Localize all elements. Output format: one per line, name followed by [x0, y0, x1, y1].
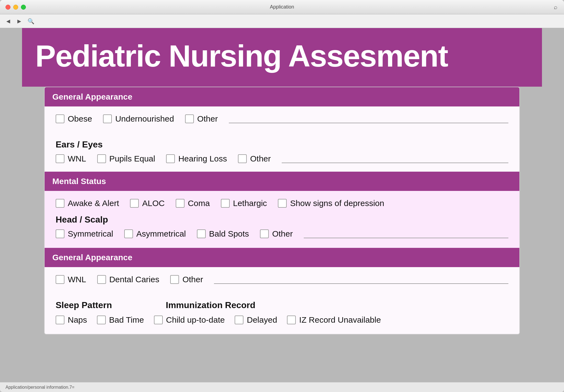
section-header-text-ga2: General Appearance	[52, 253, 132, 262]
label-symmetrical: Symmetrical	[68, 229, 113, 239]
check-row-ears-eyes: WNL Pupils Equal Hearing Loss Other	[56, 154, 508, 163]
title-bar: Application ⌕	[0, 0, 564, 14]
section-body-ga1: Obese Undernourished Other	[45, 106, 519, 133]
section-body-mental-status: Awake & Alert ALOC Coma Lethargic	[45, 191, 519, 248]
checkbox-lethargic[interactable]	[221, 199, 230, 208]
checkbox-obese[interactable]	[56, 114, 64, 123]
label-pupils-equal: Pupils Equal	[109, 154, 155, 163]
sub-section-label-sleep-pattern: Sleep Pattern	[56, 300, 166, 310]
check-item-symmetrical: Symmetrical	[56, 229, 113, 239]
section-body-sleep-immunization: Sleep Pattern Immunization Record Naps B…	[45, 294, 519, 334]
check-item-pupils-equal: Pupils Equal	[97, 154, 155, 163]
check-item-wnl-ga2: WNL	[56, 275, 86, 284]
label-bald-spots: Bald Spots	[209, 229, 249, 239]
label-other-ee: Other	[250, 154, 271, 163]
label-signs-depression: Show signs of depression	[290, 199, 384, 208]
check-item-other-ee: Other	[238, 154, 271, 163]
close-button[interactable]	[6, 5, 10, 10]
search-icon-titlebar[interactable]: ⌕	[554, 4, 557, 11]
check-row-mental-status: Awake & Alert ALOC Coma Lethargic	[56, 199, 508, 208]
check-item-bald-spots: Bald Spots	[197, 229, 249, 239]
window-title: Application	[270, 4, 294, 10]
checkbox-wnl-ga2[interactable]	[56, 275, 64, 284]
form-card: General Appearance Obese Undernourished	[44, 87, 520, 335]
label-naps: Naps	[68, 315, 87, 325]
checkbox-other-hs[interactable]	[260, 229, 269, 238]
checkbox-aloc[interactable]	[130, 199, 139, 208]
checkbox-bald-spots[interactable]	[197, 229, 206, 238]
checkbox-undernourished[interactable]	[103, 114, 112, 123]
sub-section-label-ears-eyes: Ears / Eyes	[56, 139, 508, 150]
checkbox-asymmetrical[interactable]	[124, 229, 133, 238]
label-other-ga1: Other	[197, 114, 218, 124]
check-item-undernourished: Undernourished	[103, 114, 174, 124]
check-item-awake-alert: Awake & Alert	[56, 199, 119, 208]
checkbox-dental-caries[interactable]	[97, 275, 106, 284]
checkbox-signs-depression[interactable]	[278, 199, 287, 208]
checkbox-delayed[interactable]	[235, 316, 243, 324]
checkbox-symmetrical[interactable]	[56, 229, 64, 238]
checkbox-naps[interactable]	[56, 316, 64, 324]
checkbox-other-ee[interactable]	[238, 154, 247, 163]
other-line-ee[interactable]	[282, 154, 508, 163]
section-header-general-appearance-2: General Appearance	[45, 248, 519, 267]
checkbox-other-ga2[interactable]	[170, 275, 179, 284]
checkbox-pupils-equal[interactable]	[97, 154, 106, 163]
check-item-naps: Naps	[56, 315, 87, 325]
checkbox-coma[interactable]	[176, 199, 185, 208]
label-obese: Obese	[68, 114, 92, 124]
check-row-ga1: Obese Undernourished Other	[56, 114, 508, 124]
check-item-coma: Coma	[176, 199, 210, 208]
section-body-ears-eyes: Ears / Eyes WNL Pupils Equal Hearing	[45, 133, 519, 172]
check-item-signs-depression: Show signs of depression	[278, 199, 384, 208]
check-item-dental-caries: Dental Caries	[97, 275, 159, 284]
check-item-wnl-ee: WNL	[56, 154, 86, 163]
checkbox-iz-record[interactable]	[287, 316, 296, 324]
maximize-button[interactable]	[21, 5, 26, 10]
section-header-text-ga1: General Appearance	[52, 92, 132, 101]
check-item-child-up-to-date: Child up-to-date	[154, 315, 225, 325]
minimize-button[interactable]	[13, 5, 18, 10]
content-area: Pediatric Nursing Assesment General Appe…	[0, 28, 564, 382]
check-item-iz-record: IZ Record Unavailable	[287, 315, 381, 325]
check-item-aloc: ALOC	[130, 199, 165, 208]
checkbox-bad-time[interactable]	[97, 316, 106, 324]
checkbox-hearing-loss[interactable]	[166, 154, 175, 163]
search-icon-toolbar[interactable]: 🔍	[28, 18, 34, 24]
section-header-mental-status: Mental Status	[45, 172, 519, 191]
label-wnl-ee: WNL	[68, 154, 86, 163]
checkbox-wnl-ee[interactable]	[56, 154, 64, 163]
status-bar: Application/personal information.7=	[0, 382, 564, 392]
back-button[interactable]: ◀	[4, 17, 12, 25]
label-child-up-to-date: Child up-to-date	[166, 315, 225, 325]
label-other-ga2: Other	[182, 275, 203, 284]
label-asymmetrical: Asymmetrical	[136, 229, 186, 239]
window: Application ⌕ ◀ ▶ 🔍 Pediatric Nursing As…	[0, 0, 564, 392]
label-wnl-ga2: WNL	[68, 275, 86, 284]
status-text: Application/personal information.7=	[6, 385, 74, 390]
check-item-other-ga2: Other	[170, 275, 203, 284]
label-aloc: ALOC	[142, 199, 165, 208]
other-line-hs[interactable]	[304, 229, 508, 238]
other-line-ga1[interactable]	[229, 114, 508, 123]
label-bad-time: Bad Time	[109, 315, 144, 325]
section-body-ga2: WNL Dental Caries Other	[45, 267, 519, 294]
label-other-hs: Other	[272, 229, 293, 239]
checkbox-awake-alert[interactable]	[56, 199, 64, 208]
other-line-ga2[interactable]	[214, 275, 508, 284]
forward-button[interactable]: ▶	[15, 17, 23, 25]
check-item-other-hs: Other	[260, 229, 293, 239]
check-item-delayed: Delayed	[235, 315, 277, 325]
traffic-lights	[6, 5, 26, 10]
dual-label-row: Sleep Pattern Immunization Record	[56, 299, 508, 310]
section-header-general-appearance-1: General Appearance	[45, 87, 519, 106]
page: Pediatric Nursing Assesment General Appe…	[0, 28, 564, 351]
check-item-bad-time: Bad Time	[97, 315, 144, 325]
page-header: Pediatric Nursing Assesment	[22, 28, 542, 87]
label-delayed: Delayed	[247, 315, 277, 325]
checkbox-child-up-to-date[interactable]	[154, 316, 163, 324]
label-undernourished: Undernourished	[115, 114, 174, 124]
sub-section-label-immunization-record: Immunization Record	[166, 300, 255, 310]
check-item-lethargic: Lethargic	[221, 199, 267, 208]
checkbox-other-ga1[interactable]	[185, 114, 194, 123]
